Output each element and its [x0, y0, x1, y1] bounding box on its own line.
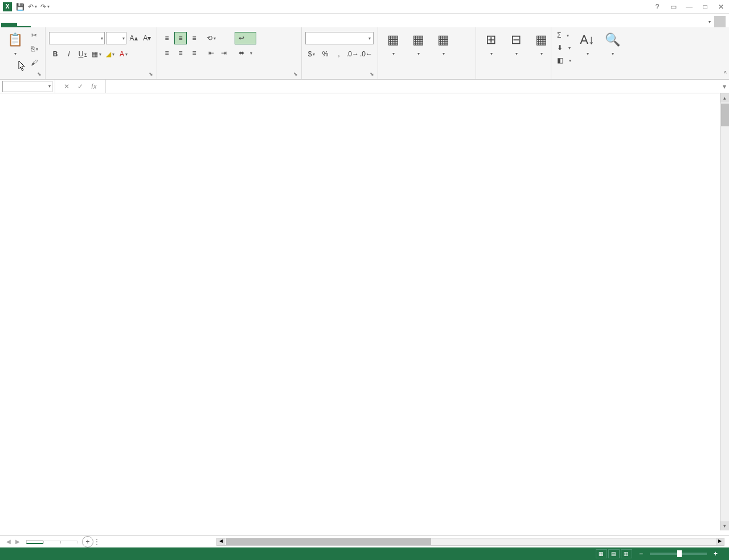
normal-view-icon[interactable]: ▦	[596, 549, 607, 558]
collapse-ribbon-icon[interactable]: ^	[724, 70, 727, 77]
bold-button[interactable]: B	[49, 48, 62, 60]
orientation-icon[interactable]: ⟲▾	[205, 32, 218, 44]
horizontal-scrollbar[interactable]: ◀ ▶	[216, 538, 724, 546]
tab-view[interactable]	[99, 23, 113, 27]
insert-cells-button[interactable]: ⊞▾	[480, 30, 502, 57]
autosum-button[interactable]: Σ▾	[555, 30, 574, 41]
align-left-icon[interactable]: ≡	[161, 47, 173, 59]
wrap-text-icon: ↩	[239, 34, 244, 42]
zoom-in-icon[interactable]: +	[714, 550, 718, 558]
tab-review[interactable]	[85, 23, 99, 27]
align-middle-icon[interactable]: ≡	[174, 32, 187, 44]
percent-icon[interactable]: %	[319, 48, 331, 60]
merge-center-button[interactable]: ⬌ ▾	[235, 47, 256, 59]
cut-icon[interactable]: ✂	[28, 30, 40, 41]
align-bottom-icon[interactable]: ≡	[188, 32, 200, 44]
decrease-indent-icon[interactable]: ⇤	[205, 47, 218, 59]
save-icon[interactable]: 💾	[15, 2, 25, 12]
hscroll-thumb[interactable]	[226, 538, 431, 545]
user-avatar-icon[interactable]	[714, 16, 726, 27]
tab-formulas[interactable]	[58, 23, 72, 27]
cell-styles-icon: ▦	[434, 31, 452, 49]
page-layout-view-icon[interactable]: ▤	[608, 549, 620, 558]
sheet-tab-3[interactable]	[60, 541, 77, 543]
format-painter-icon[interactable]: 🖌	[28, 57, 40, 68]
scroll-up-icon[interactable]: ▴	[720, 93, 729, 102]
comma-icon[interactable]: ,	[333, 48, 345, 60]
expand-formula-icon[interactable]: ▾	[720, 83, 729, 90]
zoom-out-icon[interactable]: −	[639, 550, 643, 558]
tab-insert[interactable]	[31, 23, 44, 27]
sheet-tab-2[interactable]	[43, 541, 60, 543]
border-icon[interactable]: ▦▾	[90, 48, 103, 60]
undo-icon[interactable]: ↶▾	[27, 2, 38, 12]
font-name-select[interactable]: ▾	[49, 32, 105, 44]
increase-font-icon[interactable]: A▴	[128, 32, 140, 44]
dialog-launcher-icon[interactable]: ⬊	[37, 71, 44, 78]
name-box[interactable]: ▾	[2, 81, 52, 92]
cancel-formula-icon[interactable]: ✕	[61, 83, 72, 90]
font-color-icon[interactable]: A▾	[117, 48, 130, 60]
font-size-select[interactable]: ▾	[106, 32, 126, 44]
insert-cells-icon: ⊞	[482, 31, 500, 49]
align-right-icon[interactable]: ≡	[188, 47, 200, 59]
user-dropdown-icon[interactable]: ▾	[708, 19, 711, 24]
find-icon: 🔍	[603, 31, 621, 49]
close-icon[interactable]: ✕	[715, 1, 727, 13]
align-center-icon[interactable]: ≡	[174, 47, 187, 59]
scroll-right-icon[interactable]: ▶	[716, 538, 724, 545]
fill-color-icon[interactable]: ◢▾	[104, 48, 116, 60]
clear-button[interactable]: ◧▾	[555, 55, 574, 66]
tab-data[interactable]	[72, 23, 85, 27]
underline-button[interactable]: U▾	[76, 48, 89, 60]
align-top-icon[interactable]: ≡	[161, 32, 173, 44]
sheet-nav-next-icon[interactable]: ▶	[14, 538, 22, 545]
conditional-formatting-button[interactable]: ▦▾	[382, 30, 404, 57]
dialog-launcher-icon[interactable]: ⬊	[370, 71, 376, 78]
scroll-down-icon[interactable]: ▾	[720, 521, 729, 530]
minimize-icon[interactable]: —	[683, 1, 695, 13]
decrease-decimal-icon[interactable]: .0←	[360, 48, 372, 60]
decrease-font-icon[interactable]: A▾	[141, 32, 153, 44]
format-cells-button[interactable]: ▦▾	[530, 30, 552, 57]
italic-button[interactable]: I	[63, 48, 75, 60]
dialog-launcher-icon[interactable]: ⬊	[149, 71, 155, 78]
number-format-select[interactable]: ▾	[305, 32, 374, 44]
excel-app-icon: X	[2, 2, 13, 12]
format-as-table-button[interactable]: ▦▾	[407, 30, 429, 57]
dialog-launcher-icon[interactable]: ⬊	[293, 71, 300, 78]
delete-cells-button[interactable]: ⊟▾	[505, 30, 527, 57]
increase-indent-icon[interactable]: ⇥	[218, 47, 230, 59]
increase-decimal-icon[interactable]: .0→	[346, 48, 359, 60]
tab-page-layout[interactable]	[44, 23, 58, 27]
sheet-nav-prev-icon[interactable]: ◀	[5, 538, 13, 545]
sheet-tab-1[interactable]	[26, 540, 43, 544]
enter-formula-icon[interactable]: ✓	[75, 83, 86, 90]
wrap-text-button[interactable]: ↩	[235, 32, 256, 44]
scroll-left-icon[interactable]: ◀	[217, 538, 225, 545]
format-cells-icon: ▦	[532, 31, 550, 49]
formula-input[interactable]	[106, 80, 720, 93]
page-break-view-icon[interactable]: ▥	[621, 549, 632, 558]
ribbon-tabs: ▾	[0, 14, 729, 27]
find-select-button[interactable]: 🔍▾	[601, 30, 624, 57]
zoom-slider[interactable]	[650, 553, 707, 555]
paste-icon: 📋	[6, 31, 24, 49]
ribbon-options-icon[interactable]: ▭	[667, 1, 679, 13]
fx-icon[interactable]: fx	[88, 83, 100, 90]
accounting-icon[interactable]: $▾	[305, 48, 318, 60]
help-icon[interactable]: ?	[652, 1, 663, 13]
copy-icon[interactable]: ⎘▾	[28, 43, 40, 55]
scroll-thumb[interactable]	[721, 104, 729, 126]
redo-icon[interactable]: ↷▾	[40, 2, 50, 12]
vertical-scrollbar[interactable]: ▴ ▾	[720, 93, 729, 530]
tab-file[interactable]	[1, 23, 17, 27]
tab-home[interactable]	[17, 22, 31, 27]
paste-button[interactable]: 📋 ▾	[3, 30, 26, 57]
add-sheet-button[interactable]: +	[82, 536, 93, 547]
sort-filter-button[interactable]: A↓▾	[576, 30, 599, 57]
formula-bar: ▾ ✕ ✓ fx ▾	[0, 80, 729, 93]
cell-styles-button[interactable]: ▦▾	[432, 30, 454, 57]
fill-button[interactable]: ⬇▾	[555, 42, 574, 53]
maximize-icon[interactable]: □	[699, 1, 711, 13]
